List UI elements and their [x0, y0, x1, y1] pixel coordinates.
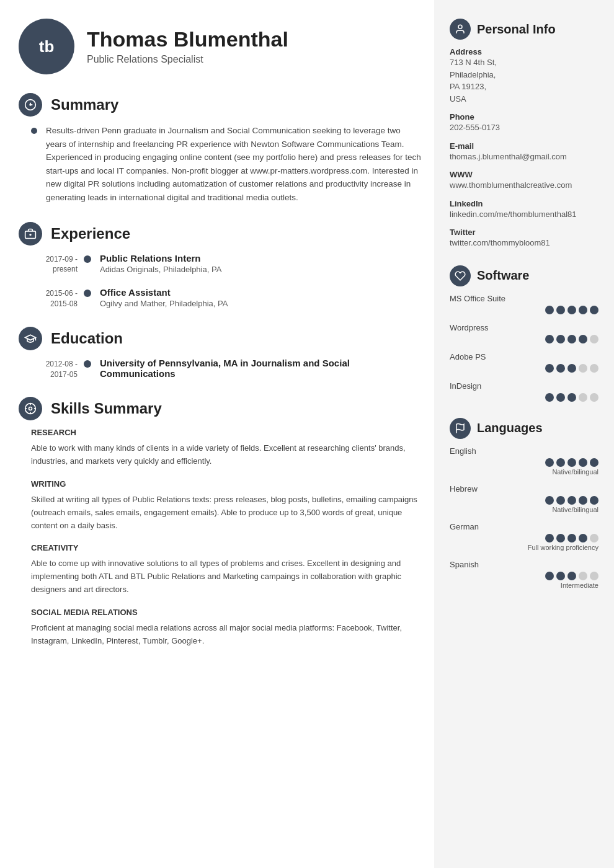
lang-row-2: Hebrew Native/bilingual — [450, 484, 598, 513]
software-row-1: MS Office Suite — [450, 294, 598, 314]
info-www-label: WWW — [450, 170, 598, 179]
experience-timeline: 2017-09 - present Public Relations Inter… — [19, 253, 422, 309]
dot — [545, 458, 554, 467]
dot — [579, 572, 587, 580]
skill-cat-name-1: RESEARCH — [19, 428, 422, 437]
dot — [579, 534, 587, 542]
languages-title: Languages — [477, 421, 543, 435]
edu-title-1: University of Pennsylvania, MA in Journa… — [100, 358, 422, 379]
dot — [567, 496, 576, 505]
header: tb Thomas Blumenthal Public Relations Sp… — [19, 19, 422, 74]
dot — [579, 364, 587, 373]
skill-cat-name-3: CREATIVITY — [19, 543, 422, 552]
info-address: Address 713 N 4th St, Philadelphia, PA 1… — [450, 47, 598, 105]
edu-content-1: University of Pennsylvania, MA in Journa… — [100, 358, 422, 379]
skill-category-3: CREATIVITY Able to come up with innovati… — [19, 543, 422, 596]
lang-level-2: Native/bilingual — [450, 506, 598, 513]
lang-name-4: Spanish — [450, 560, 598, 569]
dot — [567, 534, 576, 542]
dot — [579, 393, 587, 402]
lang-name-3: German — [450, 522, 598, 531]
languages-section: Languages English Native/bilingual Hebre… — [450, 418, 598, 589]
lang-row-1: English Native/bilingual — [450, 446, 598, 476]
dot — [556, 306, 565, 314]
svg-point-8 — [29, 407, 32, 410]
info-phone-label: Phone — [450, 112, 598, 122]
dot — [545, 572, 554, 580]
svg-point-3 — [30, 104, 31, 105]
lang-level-4: Intermediate — [450, 582, 598, 589]
summary-bullet — [31, 128, 37, 134]
dot — [579, 496, 587, 505]
dot — [590, 458, 598, 467]
education-timeline: 2012-08 - 2017-05 University of Pennsylv… — [19, 358, 422, 380]
personal-info-title: Personal Info — [477, 22, 556, 37]
experience-item-2: 2015-06 - 2015-08 Office Assistant Ogilv… — [31, 287, 422, 309]
experience-item-1: 2017-09 - present Public Relations Inter… — [31, 253, 422, 275]
candidate-title: Public Relations Specialist — [87, 54, 288, 65]
candidate-name: Thomas Blumenthal — [87, 28, 288, 51]
dot — [545, 364, 554, 373]
languages-header: Languages — [450, 418, 598, 439]
skills-icon — [19, 397, 42, 420]
dot — [590, 306, 598, 314]
dot — [545, 306, 554, 314]
info-twitter-value: twitter.com/thommybloom81 — [450, 237, 598, 249]
skill-cat-text-4: Proficient at managing social media rela… — [19, 622, 422, 648]
summary-icon — [19, 93, 42, 117]
avatar: tb — [19, 19, 74, 74]
education-item-1: 2012-08 - 2017-05 University of Pennsylv… — [31, 358, 422, 380]
exp-date-2: 2015-06 - 2015-08 — [31, 287, 78, 309]
software-header: Software — [450, 265, 598, 286]
dot — [590, 364, 598, 373]
dot — [556, 393, 565, 402]
exp-company-2: Ogilvy and Mather, Philadelphia, PA — [100, 299, 228, 308]
software-title: Software — [477, 268, 529, 283]
lang-row-3: German Full working proficiency — [450, 522, 598, 551]
education-section: Education 2012-08 - 2017-05 University o… — [19, 327, 422, 380]
skills-header: Skills Summary — [19, 397, 422, 420]
exp-date-1: 2017-09 - present — [31, 253, 78, 275]
dot — [545, 335, 554, 343]
skill-category-4: SOCIAL MEDIA RELATIONS Proficient at man… — [19, 608, 422, 648]
summary-title: Summary — [51, 96, 118, 113]
exp-content-2: Office Assistant Ogilvy and Mather, Phil… — [100, 287, 228, 308]
education-header: Education — [19, 327, 422, 350]
info-www-value: www.thomblumenthalcreative.com — [450, 179, 598, 192]
exp-title-1: Public Relations Intern — [100, 253, 221, 264]
info-linkedin-value: linkedin.com/me/thomblumenthal81 — [450, 208, 598, 221]
skill-category-1: RESEARCH Able to work with many kinds of… — [19, 428, 422, 468]
dot — [567, 306, 576, 314]
lang-row-4: Spanish Intermediate — [450, 560, 598, 589]
software-name-4: InDesign — [450, 381, 598, 391]
summary-section: Summary Results-driven Penn graduate in … — [19, 93, 422, 205]
skill-category-2: WRITING Skilled at writing all types of … — [19, 479, 422, 532]
info-phone-value: 202-555-0173 — [450, 122, 598, 134]
resume-page: tb Thomas Blumenthal Public Relations Sp… — [0, 0, 614, 868]
info-linkedin-label: LinkedIn — [450, 199, 598, 208]
info-address-value: 713 N 4th St, Philadelphia, PA 19123, US… — [450, 56, 598, 105]
dot — [567, 572, 576, 580]
software-dots-4 — [450, 393, 598, 402]
education-title: Education — [51, 330, 123, 347]
lang-dots-4 — [450, 572, 598, 580]
personal-info-header: Personal Info — [450, 19, 598, 40]
dot — [556, 458, 565, 467]
dot — [545, 496, 554, 505]
info-twitter-label: Twitter — [450, 228, 598, 237]
dot — [590, 335, 598, 343]
experience-header: Experience — [19, 222, 422, 246]
dot — [567, 458, 576, 467]
lang-dots-3 — [450, 534, 598, 542]
info-www: WWW www.thomblumenthalcreative.com — [450, 170, 598, 192]
dot — [556, 534, 565, 542]
dot — [590, 496, 598, 505]
experience-section: Experience 2017-09 - present Public Rela… — [19, 222, 422, 309]
exp-dot-1 — [84, 255, 91, 263]
summary-text: Results-driven Penn graduate in Journali… — [46, 124, 422, 205]
software-dots-3 — [450, 364, 598, 373]
dot — [579, 306, 587, 314]
software-row-4: InDesign — [450, 381, 598, 402]
info-phone: Phone 202-555-0173 — [450, 112, 598, 134]
education-icon — [19, 327, 42, 350]
